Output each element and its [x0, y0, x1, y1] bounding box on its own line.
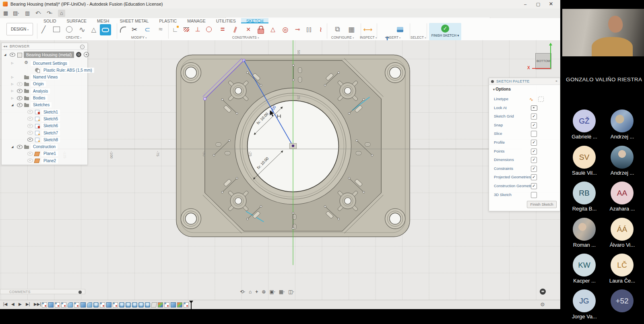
- save-icon[interactable]: ▥: [25, 10, 30, 17]
- checkbox-projected-geometries[interactable]: [531, 174, 537, 180]
- app-grid-icon[interactable]: ▦: [3, 10, 8, 17]
- participant-avatar[interactable]: SV: [573, 146, 596, 169]
- timeline-feature-sketch-icon[interactable]: [100, 302, 105, 307]
- timeline-feature-hole-icon[interactable]: [145, 302, 150, 307]
- browser-item-sketch7[interactable]: Sketch7: [2, 130, 105, 136]
- construction-linetype-icon[interactable]: [529, 97, 533, 102]
- display-settings-icon[interactable]: ▣▾: [269, 289, 275, 295]
- browser-item-sketch1[interactable]: Sketch1: [2, 109, 105, 115]
- trim-tool-icon[interactable]: [129, 24, 140, 35]
- browser-header[interactable]: BROWSER: [2, 43, 87, 50]
- concentric-constraint-icon[interactable]: [280, 24, 291, 35]
- participant-avatar[interactable]: JG: [573, 289, 596, 312]
- visibility-eye-icon[interactable]: [17, 89, 23, 93]
- tangent-constraint-icon[interactable]: [292, 24, 303, 35]
- ribbon-tab-manage[interactable]: MANAGE: [182, 18, 211, 23]
- timeline-feature-extrude-icon[interactable]: [48, 302, 54, 307]
- timeline-play-icon[interactable]: ▶: [19, 302, 22, 306]
- checkbox-slice[interactable]: [531, 131, 537, 137]
- timeline-feature-sketch-icon[interactable]: [42, 302, 47, 307]
- timeline-feature-hole-icon[interactable]: [126, 302, 131, 307]
- coincident-constraint-icon[interactable]: [204, 24, 214, 35]
- timeline-feature-fillet-icon[interactable]: [87, 302, 92, 307]
- timeline-feature-extrude-icon[interactable]: [106, 302, 111, 307]
- visibility-eye-icon[interactable]: [27, 152, 33, 156]
- expander-icon[interactable]: [11, 97, 15, 100]
- timeline-feature-hole-icon[interactable]: [93, 302, 99, 307]
- configure-icon[interactable]: [332, 24, 343, 35]
- spline-tool-icon[interactable]: [77, 24, 87, 35]
- timeline-go-start-icon[interactable]: |◀: [3, 302, 7, 306]
- perpendicular-constraint-icon[interactable]: [192, 24, 203, 35]
- file-menu-icon[interactable]: ▤▾: [13, 10, 19, 17]
- break-tool-icon[interactable]: [155, 24, 166, 35]
- polygon-constraint-icon[interactable]: [268, 24, 278, 35]
- expander-icon[interactable]: [11, 89, 15, 93]
- sketch-scale-icon[interactable]: [170, 24, 180, 35]
- group-create[interactable]: CREATE ▾: [54, 35, 94, 39]
- symmetry-constraint-icon[interactable]: [304, 24, 314, 35]
- visibility-eye-icon[interactable]: [17, 145, 23, 149]
- ribbon-tab-surface[interactable]: SURFACE: [62, 18, 92, 23]
- expander-icon[interactable]: [11, 76, 15, 79]
- timeline-feature-sketch-icon[interactable]: [184, 302, 189, 307]
- timeline-step-forward-icon[interactable]: ▶|: [26, 302, 30, 306]
- browser-root-item[interactable]: Bearing Housing (metal): [2, 51, 87, 58]
- rectangle-tool-icon[interactable]: [51, 24, 62, 35]
- corner-hole[interactable]: [181, 62, 201, 83]
- timeline-feature-sketch-icon[interactable]: [61, 302, 66, 307]
- ribbon-tab-sheet-metal[interactable]: SHEET METAL: [114, 18, 154, 23]
- checkbox-3d-sketch[interactable]: [531, 192, 537, 198]
- corner-hole[interactable]: [181, 208, 201, 229]
- maximize-button[interactable]: [532, 0, 544, 8]
- timeline-feature-sketch-icon[interactable]: [74, 302, 79, 307]
- participant-photo-avatar[interactable]: [611, 109, 634, 132]
- browser-item-sketch5[interactable]: Sketch5: [2, 116, 105, 122]
- sketch-palette-header[interactable]: SKETCH PALETTE: [489, 78, 560, 85]
- timeline-step-back-icon[interactable]: ◀: [11, 302, 14, 306]
- timeline-feature-plane-icon[interactable]: [151, 302, 157, 307]
- checkbox-sketch-grid[interactable]: [531, 114, 537, 120]
- timeline-feature-sketch-icon[interactable]: [164, 302, 169, 307]
- participant-avatar[interactable]: AA: [611, 182, 634, 204]
- equal-constraint-icon[interactable]: [217, 24, 228, 35]
- polygon-tool-icon[interactable]: [89, 24, 99, 35]
- participant-avatar[interactable]: ÁÁ: [611, 218, 634, 241]
- offset-tool-icon[interactable]: [142, 24, 153, 35]
- origin-marker[interactable]: [289, 143, 296, 149]
- timeline-feature-appearance-icon[interactable]: [158, 302, 163, 307]
- visibility-eye-icon[interactable]: [27, 138, 33, 142]
- close-button[interactable]: [545, 0, 557, 8]
- parallel-constraint-icon[interactable]: [230, 24, 241, 35]
- timeline-feature-fillet-icon[interactable]: [68, 302, 73, 307]
- corner-hole[interactable]: [385, 208, 405, 229]
- view-cube[interactable]: BOTTOM: [535, 53, 551, 69]
- corner-hole[interactable]: [385, 62, 405, 83]
- visibility-eye-icon[interactable]: [10, 53, 15, 57]
- undo-icon[interactable]: ↶▾: [35, 10, 41, 17]
- minimize-button[interactable]: [519, 0, 531, 8]
- redo-icon[interactable]: ↷▾: [47, 10, 52, 17]
- speaker-video[interactable]: GONZALO VALIÑO RIESTRA: [560, 0, 644, 87]
- midpoint-constraint-icon[interactable]: [243, 24, 254, 35]
- ribbon-tab-solid[interactable]: SOLID: [38, 18, 62, 23]
- browser-item-plastic-rule-abs-1-5-mm-[interactable]: Plastic Rule: ABS (1,5 mm): [2, 67, 105, 73]
- visibility-eye-icon[interactable]: [17, 103, 23, 107]
- timeline-settings-gear-icon[interactable]: [540, 301, 545, 307]
- visibility-eye-icon[interactable]: [27, 117, 33, 121]
- circle-tool-icon[interactable]: [64, 24, 74, 35]
- checkbox-dimensions[interactable]: [531, 157, 537, 163]
- finish-sketch-button[interactable]: FINISH SKETCH ▾: [429, 23, 461, 40]
- browser-item-sketch8[interactable]: Sketch8: [2, 136, 105, 143]
- ribbon-tab-mesh[interactable]: MESH: [92, 18, 114, 23]
- visibility-eye-icon[interactable]: [27, 131, 33, 135]
- browser-item-document-settings[interactable]: Document Settings: [2, 60, 95, 66]
- fix-constraint-icon[interactable]: [255, 24, 266, 35]
- expander-icon[interactable]: [4, 53, 8, 56]
- browser-item-plane1[interactable]: Plane1: [2, 151, 105, 157]
- browser-item-analysis[interactable]: Analysis: [2, 88, 95, 94]
- fillet-tool-icon[interactable]: [118, 24, 128, 35]
- insert-canvas-icon[interactable]: [395, 24, 405, 35]
- ribbon-tab-utilities[interactable]: UTILITIES: [211, 18, 241, 23]
- participant-avatar[interactable]: KW: [573, 254, 596, 277]
